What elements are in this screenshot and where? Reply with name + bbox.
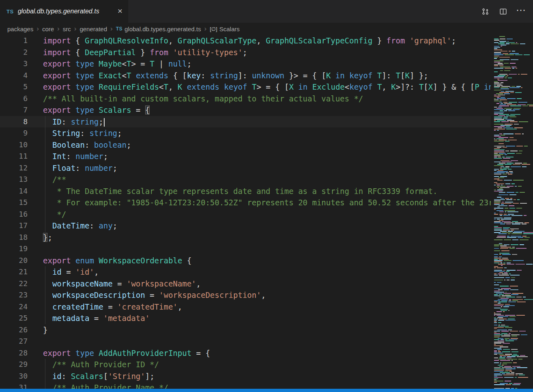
code-text[interactable]: export type Scalars = { (28, 104, 491, 116)
code-text[interactable]: ID: string; (28, 116, 491, 128)
line-number[interactable]: 7 (0, 104, 28, 116)
line-number[interactable]: 3 (0, 58, 28, 70)
code-text[interactable]: export type Exact<T extends { [key: stri… (28, 70, 491, 82)
breadcrumb-item-generated[interactable]: generated (80, 26, 107, 32)
line-number[interactable]: 24 (0, 301, 28, 313)
code-text[interactable]: Boolean: boolean; (28, 139, 491, 151)
code-pane[interactable]: 1import { GraphQLResolveInfo, GraphQLSca… (0, 35, 491, 389)
code-line-29[interactable]: 29 /** Auth Provider ID */ (0, 359, 491, 370)
tab-global-db-types-generated-ts[interactable]: TS global.db.types.generated.ts × (0, 0, 128, 23)
breadcrumb-item-packages[interactable]: packages (7, 26, 33, 32)
code-text[interactable]: } (28, 324, 491, 336)
code-line-21[interactable]: 21 id = 'id', (0, 266, 491, 278)
code-text[interactable]: /** (28, 174, 491, 185)
code-line-27[interactable]: 27 (0, 336, 491, 347)
code-line-10[interactable]: 10 Boolean: boolean; (0, 139, 491, 151)
line-number[interactable]: 11 (0, 151, 28, 162)
line-number[interactable]: 2 (0, 47, 28, 58)
code-text[interactable]: /** Auth Provider ID */ (28, 359, 491, 370)
code-text[interactable]: import { DeepPartial } from 'utility-typ… (28, 47, 491, 58)
code-line-9[interactable]: 9 String: string; (0, 127, 491, 139)
code-text[interactable]: Int: number; (28, 151, 491, 162)
code-line-25[interactable]: 25 metadata = 'metadata' (0, 312, 491, 324)
breadcrumb-item-scalars[interactable]: [∅]Scalars (210, 26, 240, 32)
code-text[interactable] (28, 243, 491, 255)
close-tab-icon[interactable]: × (116, 6, 124, 16)
code-line-18[interactable]: 18}; (0, 232, 491, 243)
code-text[interactable]: createdTime = 'createdTime', (28, 301, 491, 313)
code-line-16[interactable]: 16 */ (0, 209, 491, 220)
code-text[interactable]: /** Auth Provider Name */ (28, 382, 491, 389)
minimap[interactable] (491, 35, 533, 389)
code-line-26[interactable]: 26} (0, 324, 491, 336)
open-changes-button[interactable] (479, 5, 492, 18)
code-line-14[interactable]: 14 * The DateTime scalar type represents… (0, 185, 491, 197)
code-text[interactable]: workspaceDescription = 'workspaceDescrip… (28, 289, 491, 301)
line-number[interactable]: 4 (0, 70, 28, 82)
line-number[interactable]: 21 (0, 266, 28, 278)
line-number[interactable]: 28 (0, 347, 28, 359)
code-line-20[interactable]: 20export enum WorkspaceOrderable { (0, 255, 491, 267)
code-text[interactable]: export enum WorkspaceOrderable { (28, 255, 491, 267)
code-line-13[interactable]: 13 /** (0, 174, 491, 185)
code-text[interactable]: }; (28, 232, 491, 243)
line-number[interactable]: 31 (0, 382, 28, 389)
code-line-6[interactable]: 6/** All built-in and custom scalars, ma… (0, 93, 491, 105)
line-number[interactable]: 5 (0, 81, 28, 93)
code-text[interactable]: Float: number; (28, 162, 491, 174)
code-text[interactable]: */ (28, 209, 491, 220)
code-line-24[interactable]: 24 createdTime = 'createdTime', (0, 301, 491, 313)
code-line-22[interactable]: 22 workspaceName = 'workspaceName', (0, 278, 491, 290)
line-number[interactable]: 20 (0, 255, 28, 267)
code-line-3[interactable]: 3export type Maybe<T> = T | null; (0, 58, 491, 70)
line-number[interactable]: 18 (0, 232, 28, 243)
code-line-17[interactable]: 17 DateTime: any; (0, 220, 491, 232)
line-number[interactable]: 9 (0, 127, 28, 139)
line-number[interactable]: 27 (0, 336, 28, 347)
code-text[interactable]: DateTime: any; (28, 220, 491, 232)
line-number[interactable]: 15 (0, 197, 28, 209)
code-text[interactable]: export type RequireFields<T, K extends k… (28, 81, 491, 93)
code-line-8[interactable]: 8 ID: string; (0, 116, 491, 128)
code-text[interactable]: String: string; (28, 127, 491, 139)
line-number[interactable]: 26 (0, 324, 28, 336)
code-text[interactable]: workspaceName = 'workspaceName', (28, 278, 491, 290)
code-line-12[interactable]: 12 Float: number; (0, 162, 491, 174)
code-line-15[interactable]: 15 * For example: "1985-04-12T23:20:50.5… (0, 197, 491, 209)
line-number[interactable]: 25 (0, 312, 28, 324)
code-line-30[interactable]: 30 id: Scalars['String']; (0, 370, 491, 382)
line-number[interactable]: 23 (0, 289, 28, 301)
code-text[interactable]: import { GraphQLResolveInfo, GraphQLScal… (28, 35, 491, 47)
code-line-2[interactable]: 2import { DeepPartial } from 'utility-ty… (0, 47, 491, 58)
line-number[interactable]: 17 (0, 220, 28, 232)
code-line-23[interactable]: 23 workspaceDescription = 'workspaceDesc… (0, 289, 491, 301)
code-text[interactable]: metadata = 'metadata' (28, 312, 491, 324)
code-text[interactable]: export type Maybe<T> = T | null; (28, 58, 491, 70)
breadcrumb-item-core[interactable]: core (42, 26, 54, 32)
code-line-11[interactable]: 11 Int: number; (0, 151, 491, 162)
code-line-28[interactable]: 28export type AddAuthProviderInput = { (0, 347, 491, 359)
line-number[interactable]: 10 (0, 139, 28, 151)
code-line-7[interactable]: 7export type Scalars = { (0, 104, 491, 116)
code-text[interactable]: id: Scalars['String']; (28, 370, 491, 382)
more-actions-button[interactable]: ⋯ (514, 5, 527, 18)
code-line-5[interactable]: 5export type RequireFields<T, K extends … (0, 81, 491, 93)
code-text[interactable]: /** All built-in and custom scalars, map… (28, 93, 491, 105)
code-line-4[interactable]: 4export type Exact<T extends { [key: str… (0, 70, 491, 82)
code-text[interactable]: id = 'id', (28, 266, 491, 278)
breadcrumb-item-global-db-types-generated-ts[interactable]: TSglobal.db.types.generated.ts (116, 26, 201, 32)
line-number[interactable]: 19 (0, 243, 28, 255)
line-number[interactable]: 8 (0, 116, 28, 128)
code-text[interactable] (28, 336, 491, 347)
code-text[interactable]: export type AddAuthProviderInput = { (28, 347, 491, 359)
split-editor-button[interactable] (496, 5, 509, 18)
line-number[interactable]: 22 (0, 278, 28, 290)
line-number[interactable]: 12 (0, 162, 28, 174)
line-number[interactable]: 14 (0, 185, 28, 197)
line-number[interactable]: 30 (0, 370, 28, 382)
line-number[interactable]: 6 (0, 93, 28, 105)
code-line-31[interactable]: 31 /** Auth Provider Name */ (0, 382, 491, 389)
line-number[interactable]: 29 (0, 359, 28, 370)
code-line-19[interactable]: 19 (0, 243, 491, 255)
line-number[interactable]: 13 (0, 174, 28, 185)
